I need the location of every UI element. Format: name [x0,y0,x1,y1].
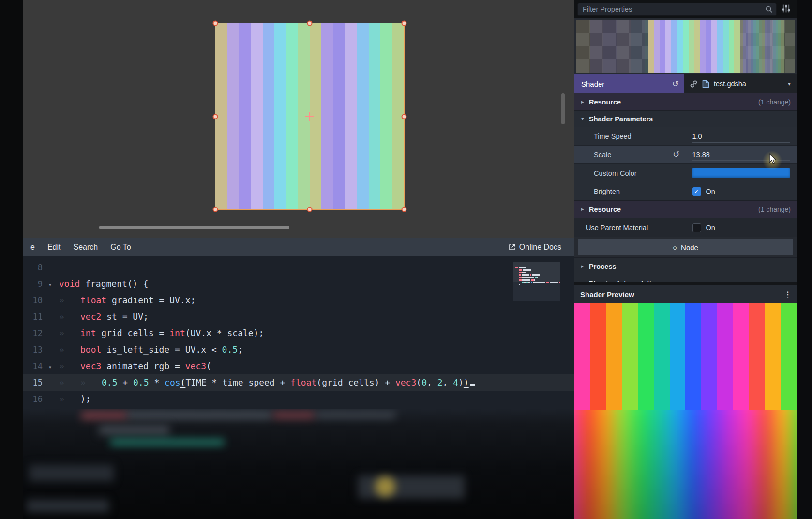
color-picker-swatch[interactable] [692,168,790,178]
stripe [263,23,274,209]
code-minimap[interactable] [513,262,560,301]
inspector-filter-bar [574,0,797,18]
menu-file-partial[interactable]: e [24,243,41,252]
shader-property-label[interactable]: Shader ↺ [574,74,684,93]
panel-menu-icon[interactable]: ⋮ [784,290,792,299]
filter-properties-input[interactable] [577,3,777,16]
shader-property-row: Shader ↺ test.gdsha ▾ [574,74,797,93]
selection-handle[interactable] [402,21,407,26]
code-line-14[interactable]: 14▾»vec3 animated_rgb = vec3( [23,358,574,374]
revert-icon[interactable]: ↺ [673,150,679,159]
left-edge-strip [0,0,23,519]
use-parent-material-row: Use Parent Material On [574,218,797,237]
selection-handle[interactable] [213,207,218,212]
stripe [729,20,735,73]
selection-handle[interactable] [402,207,407,212]
stripe [694,20,700,73]
menu-search[interactable]: Search [67,243,104,252]
viewport-2d[interactable] [23,0,574,238]
stripe [734,20,740,73]
stripe [239,23,251,209]
selection-handle[interactable] [307,21,313,26]
selection-handle[interactable] [213,114,218,119]
change-count-badge: (1 change) [758,206,791,213]
minimap-content [515,265,558,285]
texture-stripes [648,20,740,73]
selection-handle[interactable] [307,207,313,212]
selection-handle[interactable] [213,21,218,26]
stripe [700,20,706,73]
shader-resource-picker[interactable]: test.gdsha ▾ [684,74,797,93]
shader-preview-title: Shader Preview [580,290,634,298]
time-speed-row: Time Speed 1.0 [574,127,797,145]
process-section-header[interactable]: ▸ Process [574,257,797,275]
node-button[interactable]: ○ Node [578,239,793,255]
code-line-12[interactable]: 12»int grid_cells = int(UV.x * scale); [23,325,574,341]
node-button-container: ○ Node [574,237,797,257]
code-line-15[interactable]: 15»»0.5 + 0.5 * cos(TIME * time_speed + … [23,374,574,391]
code-line-9[interactable]: 9▾void fragment() { [23,276,574,292]
stripe [683,20,689,73]
blur-blob [110,440,224,445]
resource-section-label: Resource [589,98,621,106]
stripe [369,23,380,209]
stripe [781,20,784,73]
code-line-8[interactable]: 8 [23,259,574,276]
use-parent-material-checkbox[interactable] [692,223,701,232]
physics-interpolation-section-header[interactable]: ▸ Physics Interpolation [574,275,797,282]
viewport-vertical-scrollbar[interactable] [561,93,565,124]
use-parent-material-state-label: On [706,224,715,232]
code-line-13[interactable]: 13»bool is_left_side = UV.x < 0.5; [23,341,574,358]
blur-blob [127,412,272,419]
use-parent-material-label: Use Parent Material [574,224,686,232]
revert-icon[interactable]: ↺ [672,80,679,88]
stripe [274,23,286,209]
stripe [631,20,645,73]
texture-stripes-faint [740,20,783,73]
code-line-10[interactable]: 10»float gradient = UV.x; [23,292,574,309]
blur-blob [81,412,127,419]
selected-sprite[interactable] [215,23,404,209]
blur-blob [27,500,109,512]
stripe [380,23,392,209]
script-editor-menubar: e Edit Search Go To Online Docs [23,238,574,256]
search-icon [765,5,773,14]
slider-track[interactable] [692,142,790,143]
code-line-16[interactable]: 16»); [23,391,574,407]
stripe [648,20,654,73]
stripe [665,20,671,73]
shader-preview-header: Shader Preview ⋮ [574,282,797,303]
chevron-down-icon[interactable]: ▾ [788,80,791,87]
chevron-right-icon: ▸ [581,206,589,212]
resource-section-header[interactable]: ▸ Resource (1 change) [574,200,797,218]
resource-section-header[interactable]: ▸ Resource (1 change) [574,93,797,110]
custom-color-label: Custom Color [574,169,686,177]
stripe [717,20,723,73]
stripe [227,23,239,209]
stripe [689,20,694,73]
stripe [357,23,369,209]
time-speed-slider[interactable]: 1.0 [686,127,797,145]
stripe [711,20,717,73]
blur-blob [99,425,169,435]
chevron-right-icon: ▸ [581,99,589,105]
shader-resource-name[interactable]: test.gdsha [714,80,746,88]
stripe [251,23,262,209]
viewport-horizontal-scrollbar[interactable] [99,226,289,229]
mouse-cursor [769,153,777,165]
scale-slider[interactable]: 13.88 [686,146,797,163]
selection-handle[interactable] [402,114,407,119]
menu-goto[interactable]: Go To [104,243,137,252]
online-docs-button[interactable]: Online Docs [508,243,561,252]
inspector-tools-button[interactable] [781,3,792,16]
code-line-11[interactable]: 11»vec2 st = UV; [23,309,574,325]
menu-edit[interactable]: Edit [41,243,67,252]
chevron-right-icon: ▸ [581,263,589,269]
stripe [603,20,617,73]
texture-preview [576,20,795,73]
time-speed-label: Time Speed [574,133,686,140]
stripe [677,20,683,73]
link-icon[interactable] [690,80,698,88]
shader-parameters-header[interactable]: ▾ Shader Parameters [574,110,797,127]
brighten-checkbox[interactable]: ✓ [692,187,701,196]
